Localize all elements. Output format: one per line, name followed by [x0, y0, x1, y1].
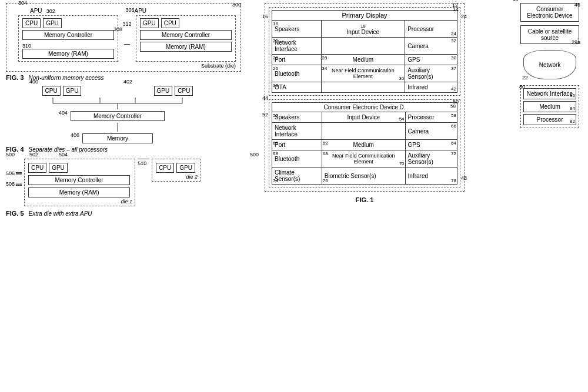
fig1-56: 56 — [273, 113, 278, 118]
fig1-64: 64 — [451, 140, 456, 146]
fig1-medium-r: 84 Medium — [523, 101, 576, 112]
fig3-apu1-label: APU — [30, 8, 42, 14]
fig1-bluetooth: 26 Bluetooth — [272, 65, 322, 82]
fig1-18: 18 — [360, 24, 366, 29]
fig1-42: 42 — [451, 86, 456, 92]
fig5-cpu1: CPU — [28, 163, 46, 173]
fig4-cpu1: CPU — [42, 86, 61, 96]
fig1-74: 74 — [273, 178, 278, 183]
fig1-cable-satellite: Cable or satellite source — [520, 25, 579, 44]
fig1-primary-display: Primary Display — [272, 11, 457, 21]
fig1-aux2: 72 Auxiliary Sensor(s) — [405, 150, 457, 167]
fig1-processor-r: 82 Processor — [523, 114, 576, 125]
fig1-climate: 74 Climate Sensor(s) — [272, 167, 322, 185]
fig1-camera: 32 Camera — [405, 38, 457, 55]
fig5-memctrl: Memory Controller — [28, 175, 130, 185]
fig4-400: 400 — [29, 79, 38, 85]
fig4-404: 404 — [59, 110, 68, 116]
fig1-24b: 24 — [451, 31, 456, 36]
fig5-506: 506 — [6, 170, 15, 176]
fig1-24: 24 — [461, 14, 467, 19]
fig1-network2: Network Interface — [272, 123, 322, 140]
fig5-gpu2: GPU — [176, 163, 195, 173]
fig1-72: 72 — [451, 151, 456, 156]
fig5-504: 504 — [59, 152, 68, 158]
fig3-312: 312 — [122, 21, 131, 27]
fig1-76: 76 — [323, 178, 328, 183]
fig1-network-interface-r: 86 Network Interface — [523, 88, 576, 99]
fig3-cpu2: CPU — [161, 18, 179, 28]
fig4-cpu2: CPU — [175, 86, 193, 96]
fig3-mem1: Memory (RAM) — [22, 49, 114, 59]
fig1-infrared2: 78 Infrared — [405, 167, 457, 185]
fig3-mem2: Memory (RAM) — [140, 42, 232, 52]
right-panel: 10 12 16 14 24 Primary Display 16 — [265, 3, 582, 203]
fig1-29a: 29a — [572, 39, 580, 45]
fig5-500-1: 500 — [6, 152, 15, 158]
fig1-medium2: 62 Medium — [322, 140, 405, 150]
fig1-10: 10 — [513, 0, 519, 2]
fig1-nfc: 34 Near Field Communication Element 36 — [321, 65, 405, 82]
fig1-20: 20 — [273, 38, 278, 43]
page: { "fig3": { "title": "FIG. 3", "caption"… — [0, 0, 588, 392]
fig1-empty-mid2 — [321, 82, 405, 93]
fig4-diagram: 400 402 CPU GPU GPU CPU — [6, 86, 259, 153]
fig1-element: 68 — [323, 151, 328, 156]
fig1-32: 32 — [451, 38, 456, 43]
fig1-port: 26 Port — [272, 55, 322, 65]
fig1-network: Network — [523, 50, 576, 79]
fig1-60: 60 — [273, 140, 278, 146]
fig1-22: 22 — [522, 75, 528, 81]
fig1-input-device2: 54 Input Device — [322, 112, 405, 123]
fig3-substrate: Substrate (die) — [18, 63, 236, 69]
fig1-network-interface: 20 Network Interface — [272, 38, 322, 55]
fig1-38: 38 — [273, 83, 278, 88]
fig3-gpu2: GPU — [140, 18, 159, 28]
fig4-caption: FIG. 4 Separate dies – all processors — [6, 146, 259, 153]
fig1-gps: 30 GPS — [405, 55, 457, 65]
fig1-medium: 28 Medium — [321, 55, 405, 65]
fig5-die2-label: die 2 — [186, 174, 198, 180]
fig5-502: 502 — [29, 152, 38, 158]
fig1-camera2: 66 Camera — [405, 123, 457, 140]
fig1-30: 30 — [451, 55, 456, 61]
fig5-diagram: 500 502 504 500 506 5 — [6, 159, 259, 217]
fig1-port2: 60 Port — [272, 140, 322, 150]
fig1-58b: 58 — [451, 113, 456, 118]
fig1-14: 14 — [453, 6, 459, 12]
fig4-402: 402 — [123, 79, 132, 85]
fig1-nfc2: 68 Near Field Communication Element 70 — [322, 150, 405, 167]
fig3-apu1-num3: 306 — [125, 7, 134, 14]
fig1-78: 78 — [451, 178, 456, 183]
fig5-cpu2: CPU — [156, 163, 174, 173]
fig1-speakers: 16 Speakers — [272, 21, 322, 38]
fig1-16: 16 — [262, 14, 268, 19]
fig1-aux-sensors: 37 Auxiliary Sensor(s) — [405, 65, 457, 82]
fig1-84: 84 — [570, 106, 575, 111]
fig4-memctrl: Memory Controller — [71, 111, 165, 121]
fig5-caption: FIG. 5 Extra die with extra APU — [6, 210, 259, 217]
fig1-processor2: Processor 58 — [405, 112, 457, 123]
fig1-37: 37 — [451, 66, 456, 71]
fig4-406: 406 — [71, 132, 79, 138]
left-panel: 300 304 APU 302 306 APU — [6, 3, 259, 217]
fig1-biometric: 76 Biometric Sensor(s) — [322, 167, 405, 185]
fig1-62: 62 — [323, 140, 328, 146]
fig1-48: 48 — [461, 175, 467, 181]
fig5-gpu1: GPU — [49, 163, 68, 173]
fig1-28: 28 — [322, 55, 328, 61]
fig1-bluetooth2: 68 Bluetooth — [272, 150, 322, 167]
fig5-508: 508 — [6, 181, 15, 187]
fig1-ota: 38 OTA — [272, 82, 322, 93]
fig4-gpu1: GPU — [63, 86, 82, 96]
fig1-speakers2: 56 Speakers — [272, 112, 322, 123]
fig1-54: 54 — [399, 116, 405, 122]
fig1-consumer-electronic: Consumer Electronic Device — [520, 3, 579, 22]
fig3-cpu1: CPU — [22, 18, 41, 28]
fig1-gps2: 64 GPS — [405, 140, 457, 150]
fig3-apu2-label: APU — [135, 8, 147, 14]
fig3-gpu1: GPU — [43, 18, 62, 28]
fig1-infrared: 42 Infrared — [405, 82, 457, 93]
fig1-36: 34 — [322, 66, 328, 71]
fig4-gpu2: GPU — [154, 86, 173, 96]
